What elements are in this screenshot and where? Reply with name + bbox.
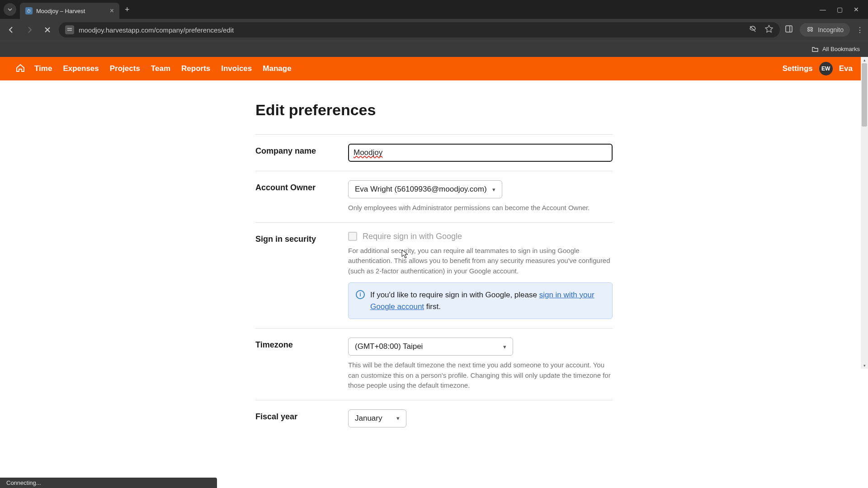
chevron-down-icon: ▾ [503,343,506,350]
chevron-down-icon [7,7,13,12]
tab-title: Moodjoy – Harvest [36,8,106,14]
require-google-checkbox[interactable] [348,232,357,241]
back-button[interactable] [5,23,18,37]
nav-expenses[interactable]: Expenses [63,64,99,73]
account-owner-select[interactable]: Eva Wright (56109936@moodjoy.com) ▾ [348,180,502,198]
nav-projects[interactable]: Projects [110,64,140,73]
chevron-down-icon: ▾ [396,415,400,422]
scroll-up-arrow[interactable]: ▴ [861,57,868,63]
account-owner-label: Account Owner [255,180,348,213]
main-nav: Time Expenses Projects Team Reports Invo… [0,57,868,80]
tracking-protection-icon[interactable] [748,24,757,35]
company-name-input[interactable]: Moodjoy [348,144,613,162]
home-icon[interactable] [15,63,25,75]
nav-time[interactable]: Time [34,64,52,73]
nav-reports[interactable]: Reports [181,64,210,73]
signin-info-box: i If you'd like to require sign in with … [348,282,613,319]
account-owner-help: Only employees with Administrator permis… [348,203,613,213]
tab-search-dropdown[interactable] [4,3,16,16]
info-icon: i [356,290,365,299]
signin-security-label: Sign in security [255,232,348,319]
fiscal-year-label: Fiscal year [255,409,348,427]
timezone-select[interactable]: (GMT+08:00) Taipei ▾ [348,338,513,356]
nav-manage[interactable]: Manage [263,64,291,73]
new-tab-button[interactable]: + [125,5,130,14]
user-name[interactable]: Eva [839,64,853,73]
arrow-right-icon [25,26,33,34]
scroll-down-arrow[interactable]: ▾ [861,362,868,369]
svg-rect-0 [67,28,72,29]
page-title: Edit preferences [255,101,613,119]
address-bar[interactable]: moodjoy.harvestapp.com/company/preferenc… [59,22,780,38]
minimize-button[interactable]: — [820,6,826,13]
browser-tab[interactable]: ⏱ Moodjoy – Harvest × [20,3,119,19]
url-text: moodjoy.harvestapp.com/company/preferenc… [79,26,234,34]
all-bookmarks-button[interactable]: All Bookmarks [811,46,860,53]
nav-settings[interactable]: Settings [783,64,813,73]
incognito-badge[interactable]: Incognito [800,23,850,37]
bookmark-star-icon[interactable] [764,24,774,35]
side-panel-icon[interactable] [784,24,793,35]
maximize-button[interactable]: ▢ [837,6,843,13]
fiscal-year-select[interactable]: January ▾ [348,409,406,427]
timezone-help: This will be the default timezone the ne… [348,360,613,391]
forward-button[interactable] [23,23,36,37]
tab-favicon: ⏱ [25,7,33,14]
tab-close-button[interactable]: × [110,7,114,15]
company-name-label: Company name [255,144,348,162]
nav-invoices[interactable]: Invoices [221,64,252,73]
vertical-scrollbar[interactable]: ▴ ▾ [861,57,868,369]
chevron-down-icon: ▾ [492,186,495,193]
site-info-icon[interactable] [65,25,74,34]
incognito-icon [806,26,814,34]
timezone-label: Timezone [255,338,348,391]
cancel-load-icon [43,26,52,34]
arrow-left-icon [7,26,15,34]
folder-icon [811,46,819,53]
require-google-label: Require sign in with Google [363,232,462,241]
user-avatar[interactable]: EW [819,62,833,75]
browser-menu-button[interactable]: ⋮ [856,26,863,34]
svg-rect-1 [67,30,72,31]
reload-button[interactable] [41,23,54,37]
nav-team[interactable]: Team [151,64,170,73]
scrollbar-thumb[interactable] [862,63,867,127]
svg-rect-2 [786,26,792,32]
signin-help: For additional security, you can require… [348,246,613,277]
close-window-button[interactable]: ✕ [854,6,859,13]
